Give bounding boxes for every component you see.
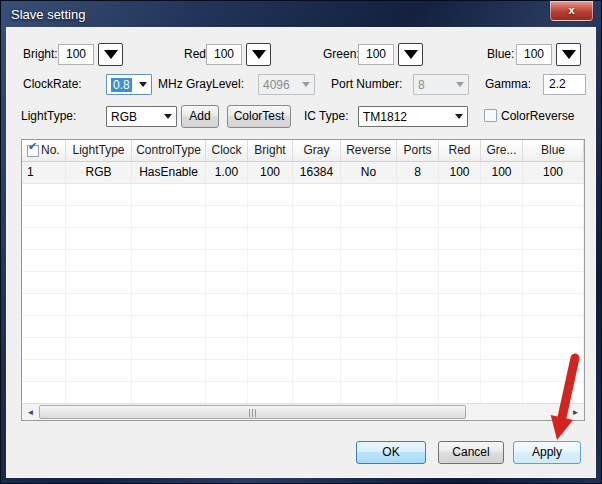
- empty-table-row: [22, 360, 584, 382]
- table-cell: 100: [439, 162, 481, 183]
- clockrate-combo[interactable]: 0.8: [106, 74, 152, 95]
- column-header-controltype[interactable]: ControlType: [132, 140, 206, 161]
- red-value-field[interactable]: 100: [206, 44, 242, 65]
- table-cell: 16384: [293, 162, 341, 183]
- table-cell: 1: [22, 162, 66, 183]
- apply-button[interactable]: Apply: [513, 441, 581, 464]
- chevron-down-icon: [104, 50, 118, 59]
- blue-value-field[interactable]: 100: [516, 44, 552, 65]
- empty-cell: [248, 316, 293, 337]
- column-header-red[interactable]: Red: [439, 140, 481, 161]
- empty-cell: [248, 382, 293, 403]
- chevron-down-icon: [456, 82, 464, 87]
- empty-cell: [341, 338, 397, 359]
- empty-cell: [248, 228, 293, 249]
- colorreverse-checkbox[interactable]: [484, 109, 497, 122]
- column-header-ports[interactable]: Ports: [397, 140, 439, 161]
- header-checkbox[interactable]: ✔: [27, 145, 39, 157]
- lighttype-combo[interactable]: RGB: [106, 106, 177, 127]
- empty-cell: [293, 338, 341, 359]
- scroll-left-icon[interactable]: ◄: [22, 404, 39, 420]
- empty-cell: [248, 338, 293, 359]
- chevron-down-icon: [139, 82, 147, 87]
- titlebar[interactable]: Slave setting x: [1, 1, 601, 27]
- green-dropdown-button[interactable]: [398, 43, 423, 66]
- empty-cell: [523, 382, 584, 403]
- horizontal-scrollbar[interactable]: ◄ ►: [22, 403, 584, 420]
- empty-cell: [293, 206, 341, 227]
- empty-cell: [341, 228, 397, 249]
- empty-cell: [293, 228, 341, 249]
- graylevel-value: 4096: [263, 78, 290, 92]
- scrollbar-thumb[interactable]: [39, 405, 466, 419]
- empty-cell: [341, 184, 397, 205]
- blue-label: Blue:: [487, 43, 514, 65]
- empty-cell: [66, 294, 132, 315]
- empty-cell: [66, 316, 132, 337]
- empty-cell: [439, 206, 481, 227]
- bright-dropdown-button[interactable]: [98, 43, 123, 66]
- table-cell: 100: [248, 162, 293, 183]
- empty-cell: [293, 382, 341, 403]
- empty-cell: [206, 250, 248, 271]
- ok-button[interactable]: OK: [356, 441, 426, 464]
- graylevel-combo: 4096: [258, 74, 315, 95]
- column-header-bright[interactable]: Bright: [248, 140, 293, 161]
- scrollbar-grip-icon: [249, 409, 257, 417]
- table-row[interactable]: 1RGBHasEnable1.0010016384No8100100100: [22, 162, 584, 184]
- empty-cell: [341, 316, 397, 337]
- empty-cell: [397, 382, 439, 403]
- empty-cell: [439, 272, 481, 293]
- empty-table-row: [22, 206, 584, 228]
- clockrate-label: ClockRate:: [23, 73, 82, 95]
- add-button[interactable]: Add: [181, 105, 219, 128]
- gamma-input[interactable]: 2.2: [543, 74, 586, 95]
- dialog-body: Bright: 100 Red: 100 Green: 100 Blue: 10…: [6, 27, 596, 478]
- empty-cell: [397, 272, 439, 293]
- column-header-gre[interactable]: Gre...: [481, 140, 523, 161]
- gamma-label: Gamma:: [485, 73, 531, 95]
- column-header-lighttype[interactable]: LightType: [66, 140, 132, 161]
- column-header-gray[interactable]: Gray: [293, 140, 341, 161]
- bright-value-field[interactable]: 100: [58, 44, 94, 65]
- clockrate-value: 0.8: [111, 78, 132, 92]
- empty-cell: [66, 184, 132, 205]
- empty-cell: [341, 206, 397, 227]
- empty-cell: [66, 360, 132, 381]
- close-button[interactable]: x: [550, 1, 593, 21]
- column-header-blue[interactable]: Blue: [523, 140, 584, 161]
- column-header-clock[interactable]: Clock: [206, 140, 248, 161]
- green-label: Green:: [323, 43, 360, 65]
- chevron-down-icon: [164, 114, 172, 119]
- empty-cell: [439, 294, 481, 315]
- green-value-field[interactable]: 100: [358, 44, 394, 65]
- table-body: 1RGBHasEnable1.0010016384No8100100100: [22, 162, 584, 404]
- clockrate-unit-label: MHz: [158, 73, 183, 95]
- ictype-combo[interactable]: TM1812: [358, 106, 468, 127]
- scroll-right-icon[interactable]: ►: [567, 404, 584, 420]
- empty-cell: [439, 382, 481, 403]
- cancel-button[interactable]: Cancel: [438, 441, 504, 464]
- table-cell: HasEnable: [132, 162, 206, 183]
- empty-table-row: [22, 184, 584, 206]
- empty-cell: [66, 272, 132, 293]
- empty-cell: [481, 382, 523, 403]
- empty-cell: [206, 360, 248, 381]
- empty-cell: [132, 206, 206, 227]
- colortest-button[interactable]: ColorTest: [227, 105, 291, 128]
- red-dropdown-button[interactable]: [246, 43, 271, 66]
- slave-setting-window: Slave setting x Bright: 100 Red: 100 Gre…: [0, 0, 602, 484]
- empty-cell: [341, 250, 397, 271]
- portnumber-value: 8: [418, 78, 425, 92]
- empty-cell: [481, 338, 523, 359]
- blue-dropdown-button[interactable]: [556, 43, 581, 66]
- table-cell: RGB: [66, 162, 132, 183]
- empty-cell: [248, 272, 293, 293]
- empty-cell: [22, 338, 66, 359]
- empty-cell: [397, 294, 439, 315]
- empty-cell: [481, 294, 523, 315]
- chevron-down-icon: [455, 114, 463, 119]
- column-header-no[interactable]: ✔No.: [22, 140, 66, 161]
- empty-cell: [341, 294, 397, 315]
- column-header-reverse[interactable]: Reverse: [341, 140, 397, 161]
